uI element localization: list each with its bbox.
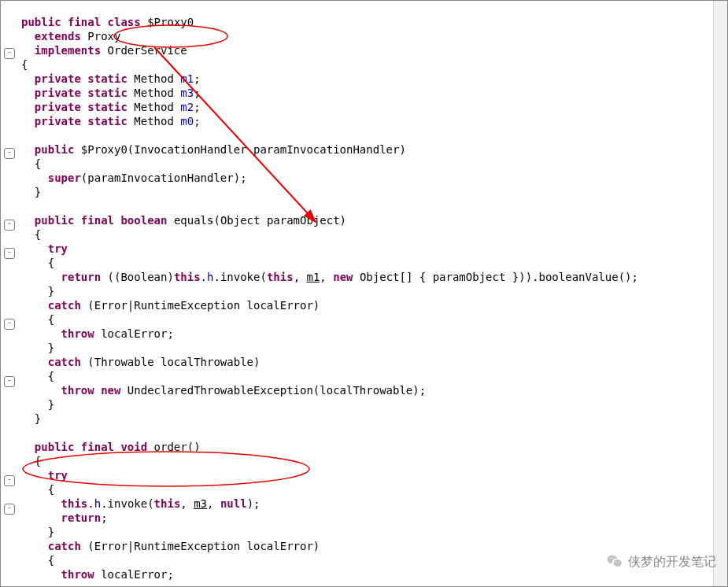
line: implements OrderService bbox=[21, 44, 187, 57]
line: throw new UndeclaredThrowableException(l… bbox=[21, 384, 426, 397]
line: super(paramInvocationHandler); bbox=[21, 172, 247, 184]
line: { bbox=[21, 455, 41, 467]
fold-toggle[interactable]: - bbox=[4, 376, 15, 387]
line: private static Method m1; bbox=[21, 72, 201, 85]
vertical-scrollbar[interactable] bbox=[713, 1, 727, 586]
line: } bbox=[21, 341, 54, 354]
fold-toggle[interactable]: - bbox=[4, 220, 15, 231]
line: private static Method m0; bbox=[21, 115, 201, 127]
line: try bbox=[21, 242, 68, 255]
line: } bbox=[21, 412, 41, 425]
line: catch (Throwable localThrowable) bbox=[21, 356, 260, 368]
line: } bbox=[21, 285, 54, 297]
line: return ((Boolean)this.h.invoke(this, m1,… bbox=[21, 271, 638, 283]
line: private static Method m2; bbox=[21, 101, 201, 113]
line: { bbox=[21, 58, 28, 71]
line: catch (Error|RuntimeException localError… bbox=[21, 299, 320, 312]
line: throw localError; bbox=[21, 327, 174, 340]
line: throw localError; bbox=[21, 568, 174, 581]
fold-toggle[interactable]: - bbox=[4, 248, 15, 259]
line: { bbox=[21, 554, 54, 567]
source-code[interactable]: public final class $Proxy0 extends Proxy… bbox=[21, 15, 638, 581]
fold-toggle[interactable]: - bbox=[4, 148, 15, 159]
line: public final class $Proxy0 bbox=[21, 16, 194, 28]
line: this.h.invoke(this, m3, null); bbox=[21, 497, 260, 510]
line: public final void order() bbox=[21, 441, 201, 453]
fold-toggle[interactable]: - bbox=[4, 475, 15, 486]
line: { bbox=[21, 370, 54, 382]
line: extends Proxy bbox=[21, 30, 120, 42]
line: } bbox=[21, 186, 41, 198]
wechat-icon bbox=[606, 553, 623, 570]
line: { bbox=[21, 483, 54, 496]
line: { bbox=[21, 228, 41, 241]
watermark-text: 侠梦的开发笔记 bbox=[628, 554, 716, 570]
folding-gutter: -------- bbox=[1, 1, 18, 586]
line bbox=[21, 129, 35, 142]
line: public final boolean equals(Object param… bbox=[21, 214, 346, 227]
line: { bbox=[21, 157, 41, 170]
line: } bbox=[21, 398, 54, 411]
fold-toggle[interactable]: - bbox=[4, 504, 15, 515]
line: { bbox=[21, 313, 54, 326]
line bbox=[21, 426, 35, 439]
fold-toggle[interactable]: - bbox=[4, 48, 15, 59]
watermark: 侠梦的开发笔记 bbox=[606, 553, 716, 570]
code-editor-frame: -------- public final class $Proxy0 exte… bbox=[0, 0, 728, 587]
fold-toggle[interactable]: - bbox=[4, 319, 15, 330]
line: } bbox=[21, 526, 54, 538]
line: public $Proxy0(InvocationHandler paramIn… bbox=[21, 143, 406, 156]
line: return; bbox=[21, 511, 108, 524]
line: { bbox=[21, 257, 54, 269]
line bbox=[21, 200, 35, 212]
line: catch (Error|RuntimeException localError… bbox=[21, 540, 320, 552]
line: private static Method m3; bbox=[21, 87, 201, 99]
line: try bbox=[21, 469, 68, 482]
